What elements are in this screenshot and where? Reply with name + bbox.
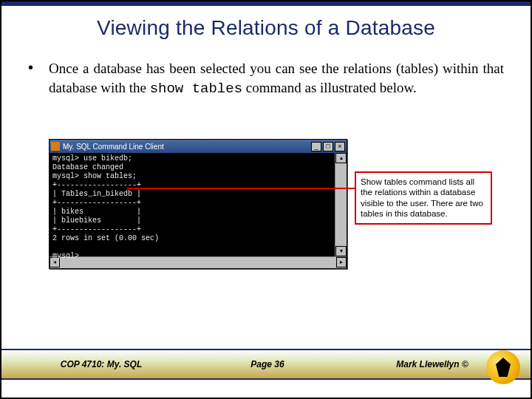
window-body: mysql> use bikedb; Database changed mysq… — [50, 153, 347, 256]
horizontal-scrollbar[interactable]: ◂ ▸ — [50, 256, 347, 268]
hscroll-track[interactable] — [60, 257, 336, 268]
scroll-up-button[interactable]: ▴ — [335, 153, 347, 163]
footer-page: Page 36 — [201, 359, 334, 369]
body-paragraph: Once a database has been selected you ca… — [49, 59, 504, 98]
vertical-scrollbar[interactable]: ▴ ▾ — [335, 153, 347, 256]
body-row: • Once a database has been selected you … — [1, 40, 531, 98]
scroll-down-button[interactable]: ▾ — [335, 246, 347, 256]
window-titlebar[interactable]: My. SQL Command Line Client _ □ × — [50, 140, 347, 153]
pegasus-icon — [496, 358, 511, 377]
vscroll-track[interactable] — [335, 163, 347, 246]
scroll-right-button[interactable]: ▸ — [336, 257, 347, 267]
body-post: command as illustrated below. — [242, 80, 417, 95]
window-title: My. SQL Command Line Client — [63, 143, 310, 151]
terminal-output[interactable]: mysql> use bikedb; Database changed mysq… — [50, 153, 335, 256]
close-button[interactable]: × — [335, 142, 345, 151]
slide-title: Viewing the Relations of a Database — [1, 16, 531, 40]
top-accent-bar — [1, 1, 531, 6]
footer-row: COP 4710: My. SQL Page 36 Mark Llewellyn… — [1, 356, 531, 372]
footer-course: COP 4710: My. SQL — [1, 359, 201, 369]
minimize-button[interactable]: _ — [311, 142, 321, 151]
app-icon — [51, 142, 60, 151]
window-frame: My. SQL Command Line Client _ □ × mysql>… — [49, 139, 347, 269]
ucf-logo — [486, 350, 520, 384]
bullet-marker: • — [28, 59, 49, 98]
maximize-button[interactable]: □ — [323, 142, 333, 151]
slide: Viewing the Relations of a Database • On… — [0, 0, 532, 399]
footer-rule — [1, 378, 531, 380]
body-command: show tables — [150, 81, 242, 97]
callout-box: Show tables command lists all the relati… — [355, 171, 492, 225]
callout-line — [127, 188, 356, 189]
terminal-window: My. SQL Command Line Client _ □ × mysql>… — [49, 139, 347, 269]
